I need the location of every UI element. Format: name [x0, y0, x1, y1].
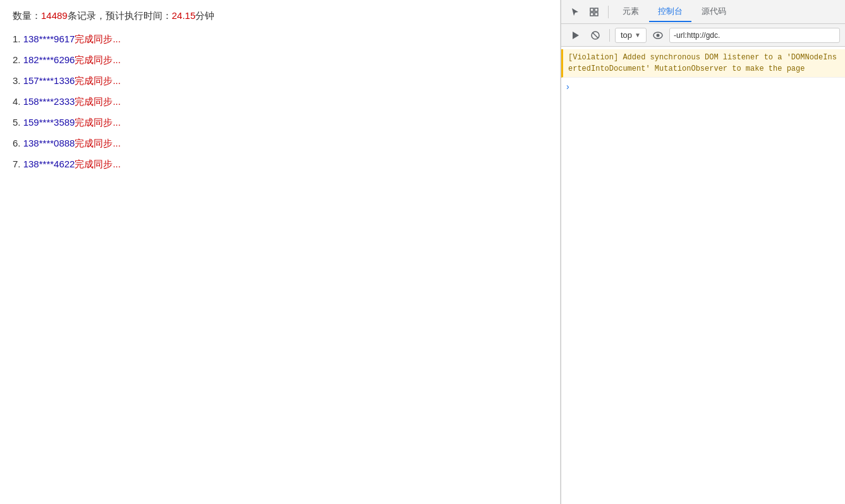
item-number-6: 6. [13, 138, 23, 148]
list-item: 5. 159****3589完成同步... [13, 117, 547, 129]
stats-unit: 条记录，预计执行时间： [68, 10, 172, 21]
play-icon[interactable] [566, 27, 584, 44]
violation-text: [Violation] Added synchronous DOM listen… [568, 52, 840, 75]
svg-rect-0 [590, 8, 593, 11]
list-item: 3. 157****1336完成同步... [13, 75, 547, 87]
console-content: [Violation] Added synchronous DOM listen… [561, 47, 845, 504]
devtools-toolbar: top ▼ [561, 24, 845, 47]
item-phone-3: 157****1336 [23, 75, 75, 86]
item-status-1: 完成同步... [75, 33, 121, 44]
svg-line-6 [593, 32, 599, 38]
tab-console[interactable]: 控制台 [649, 2, 691, 22]
svg-rect-1 [595, 8, 598, 11]
cursor-icon[interactable] [566, 3, 584, 21]
expand-arrow-icon[interactable]: › [566, 81, 569, 92]
tab-elements[interactable]: 元素 [614, 2, 648, 22]
toolbar-divider-1 [609, 29, 610, 42]
console-expand-row[interactable]: › [561, 78, 845, 95]
item-phone-7: 138****4622 [23, 159, 75, 169]
list-item: 4. 158****2333完成同步... [13, 96, 547, 108]
stats-time-unit: 分钟 [195, 10, 214, 21]
context-label: top [621, 30, 632, 40]
item-phone-1: 138****9617 [23, 33, 75, 44]
svg-point-8 [656, 33, 659, 37]
item-number-3: 3. [13, 75, 23, 86]
stats-line: 数量：14489条记录，预计执行时间：24.15分钟 [13, 10, 547, 22]
list-item: 2. 182****6296完成同步... [13, 54, 547, 66]
item-status-2: 完成同步... [75, 54, 121, 65]
stats-count: 14489 [41, 10, 68, 21]
block-icon[interactable] [587, 27, 604, 44]
main-panel: 数量：14489条记录，预计执行时间：24.15分钟 1. 138****961… [0, 0, 561, 504]
tab-divider-1 [608, 6, 609, 18]
stats-time: 24.15 [172, 10, 196, 21]
item-phone-2: 182****6296 [23, 54, 75, 65]
item-number-1: 1. [13, 33, 23, 44]
item-phone-5: 159****3589 [23, 117, 75, 128]
item-status-7: 完成同步... [75, 159, 121, 169]
chevron-down-icon: ▼ [635, 32, 641, 39]
tab-sources[interactable]: 源代码 [693, 2, 735, 22]
item-number-4: 4. [13, 96, 23, 107]
sync-list: 1. 138****9617完成同步... 2. 182****6296完成同步… [13, 33, 547, 171]
item-phone-6: 138****0888 [23, 138, 75, 148]
list-item: 1. 138****9617完成同步... [13, 33, 547, 45]
inspect-icon[interactable] [585, 3, 603, 21]
context-selector[interactable]: top ▼ [615, 28, 647, 43]
item-status-4: 完成同步... [75, 96, 121, 107]
filter-input[interactable] [669, 28, 840, 43]
eye-icon[interactable] [649, 27, 667, 44]
item-phone-4: 158****2333 [23, 96, 75, 107]
list-item: 6. 138****0888完成同步... [13, 138, 547, 150]
svg-marker-4 [573, 32, 579, 39]
stats-prefix: 数量： [13, 10, 41, 21]
item-number-7: 7. [13, 159, 23, 169]
item-status-3: 完成同步... [75, 75, 121, 86]
svg-rect-3 [595, 13, 598, 16]
item-status-5: 完成同步... [75, 117, 121, 128]
console-violation-message: [Violation] Added synchronous DOM listen… [561, 49, 845, 78]
devtools-tabs-bar: 元素 控制台 源代码 [561, 0, 845, 24]
item-number-5: 5. [13, 117, 23, 128]
svg-rect-2 [590, 13, 593, 16]
item-number-2: 2. [13, 54, 23, 65]
list-item: 7. 138****4622完成同步... [13, 159, 547, 171]
item-status-6: 完成同步... [75, 138, 121, 148]
devtools-panel: 元素 控制台 源代码 top ▼ [561, 0, 845, 504]
